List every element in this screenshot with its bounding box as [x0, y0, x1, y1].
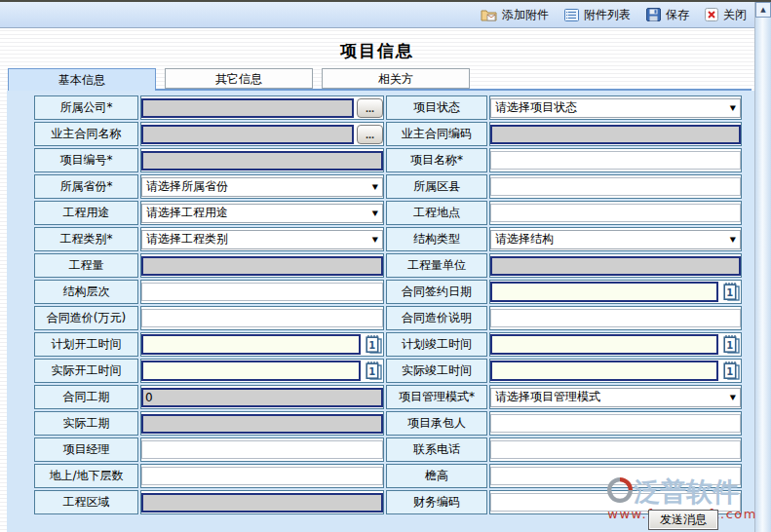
project-use-cell: 请选择工程用途▼ [140, 201, 384, 225]
project-category-label: 工程类别* [34, 227, 138, 251]
planned-finish-date-field: 1 [490, 334, 741, 356]
project-use-select[interactable]: 请选择工程用途▼ [141, 204, 383, 223]
contact-phone-cell [489, 437, 742, 462]
structure-type-select[interactable]: 请选择结构▼ [490, 230, 741, 249]
project-manager-input[interactable] [141, 440, 383, 459]
project-category-cell: 请选择工程类别▼ [140, 227, 384, 251]
svg-text:1: 1 [368, 366, 375, 377]
contact-phone-field [490, 440, 741, 459]
svg-text:1: 1 [726, 366, 733, 377]
toolbar: 添加附件 附件列表 [0, 2, 754, 28]
add-attachment-icon [481, 8, 497, 21]
project-status-select[interactable]: 请选择项目状态▼ [490, 98, 741, 118]
planned-finish-date-input[interactable] [490, 334, 718, 355]
dropdown-arrow-icon: ▼ [730, 103, 736, 111]
structure-levels-cell [140, 280, 384, 304]
owner-contract-name-field: ... [141, 125, 383, 144]
project-region-label: 工程区域 [34, 490, 138, 514]
attachment-list-icon [564, 9, 579, 21]
district-input[interactable] [490, 177, 741, 196]
project-status-field: 请选择项目状态▼ [490, 98, 741, 118]
tab-other-info[interactable]: 其它信息 [165, 68, 313, 89]
contract-price-label: 合同造价(万元) [34, 306, 138, 330]
quantity-input [141, 256, 383, 276]
calendar-icon[interactable]: 1 [721, 361, 741, 382]
management-mode-select[interactable]: 请选择项目管理模式▼ [490, 388, 741, 407]
project-name-cell [489, 148, 742, 172]
save-button[interactable]: 保存 [646, 7, 689, 23]
actual-duration-cell [140, 411, 384, 436]
district-label: 所属区县 [386, 174, 487, 199]
contract-price-input[interactable] [141, 309, 383, 327]
actual-finish-date-cell: 1 [489, 359, 742, 383]
province-select-value: 请选择所属省份 [146, 178, 228, 195]
actual-finish-date-input[interactable] [490, 361, 718, 381]
contract-price-field [141, 309, 383, 327]
page-title: 项目信息 [0, 40, 754, 62]
calendar-icon[interactable]: 1 [721, 282, 741, 303]
owner-contract-name-lookup-button[interactable]: ... [357, 125, 383, 144]
form-row: 业主合同名称...业主合同编码 [34, 122, 742, 146]
actual-start-date-field: 1 [141, 361, 383, 382]
calendar-icon[interactable]: 1 [721, 334, 741, 356]
form-row: 合同工期0项目管理模式*请选择项目管理模式▼ [34, 385, 742, 409]
contractor-cell [489, 411, 742, 436]
management-mode-cell: 请选择项目管理模式▼ [489, 385, 742, 409]
scroll-up-arrow-icon: ▲ [760, 6, 765, 14]
planned-start-date-input[interactable] [141, 334, 361, 355]
contract-price-note-input[interactable] [490, 309, 741, 327]
finance-code-label: 财务编码 [386, 490, 487, 514]
project-code-input [141, 151, 383, 171]
add-attachment-button[interactable]: 添加附件 [481, 7, 549, 23]
company-lookup-button[interactable]: ... [357, 98, 383, 118]
management-mode-label: 项目管理模式* [386, 385, 487, 409]
tab-related-parties[interactable]: 相关方 [322, 68, 470, 89]
form-row: 实际工期项目承包人 [34, 411, 742, 436]
structure-levels-field [141, 283, 383, 301]
floors-input[interactable] [141, 467, 383, 485]
vertical-scrollbar[interactable]: ▲ [754, 2, 771, 532]
district-field [490, 177, 741, 196]
contract-price-note-cell [489, 306, 742, 330]
close-button[interactable]: 关闭 [705, 7, 747, 23]
owner-contract-code-input [490, 125, 741, 144]
calendar-icon[interactable]: 1 [364, 361, 383, 382]
project-category-select[interactable]: 请选择工程类别▼ [141, 230, 383, 249]
svg-text:1: 1 [726, 287, 733, 298]
contractor-input[interactable] [490, 414, 741, 433]
attachment-list-button[interactable]: 附件列表 [564, 7, 631, 23]
contract-sign-date-input[interactable] [490, 282, 718, 302]
owner-contract-code-cell [489, 122, 742, 146]
structure-type-select-value: 请选择结构 [495, 231, 554, 247]
dropdown-arrow-icon: ▼ [730, 235, 736, 243]
form-table-body: 所属公司*...项目状态请选择项目状态▼业主合同名称...业主合同编码项目编号*… [34, 95, 742, 514]
tab-bar: 基本信息 其它信息 相关方 [8, 68, 470, 91]
quantity-unit-label: 工程量单位 [386, 253, 487, 278]
quantity-field [141, 256, 383, 276]
scroll-up-button[interactable]: ▲ [755, 2, 771, 18]
contact-phone-input[interactable] [490, 440, 741, 459]
actual-finish-date-field: 1 [490, 361, 741, 382]
calendar-icon[interactable]: 1 [364, 334, 383, 356]
project-name-input[interactable] [490, 151, 741, 170]
province-field: 请选择所属省份▼ [141, 177, 383, 197]
project-name-label: 项目名称* [386, 148, 487, 172]
project-use-select-value: 请选择工程用途 [146, 205, 228, 221]
structure-levels-input[interactable] [141, 283, 383, 301]
floors-field [141, 467, 383, 485]
form-row: 项目编号*项目名称* [34, 148, 742, 172]
attachment-list-label: 附件列表 [584, 7, 631, 23]
contract-sign-date-label: 合同签约日期 [386, 280, 487, 304]
planned-finish-date-label: 计划竣工时间 [386, 332, 487, 357]
tab-basic-info[interactable]: 基本信息 [8, 68, 156, 91]
project-location-input[interactable] [490, 204, 741, 222]
send-message-button[interactable]: 发送消息 [648, 510, 718, 530]
province-cell: 请选择所属省份▼ [140, 174, 384, 199]
save-icon [646, 8, 661, 21]
project-manager-label: 项目经理 [34, 437, 138, 462]
dropdown-arrow-icon: ▼ [372, 182, 378, 190]
province-select[interactable]: 请选择所属省份▼ [141, 177, 383, 197]
actual-start-date-input[interactable] [141, 361, 361, 381]
form-row: 项目经理联系电话 [34, 437, 742, 462]
actual-start-date-label: 实际开工时间 [34, 359, 138, 383]
